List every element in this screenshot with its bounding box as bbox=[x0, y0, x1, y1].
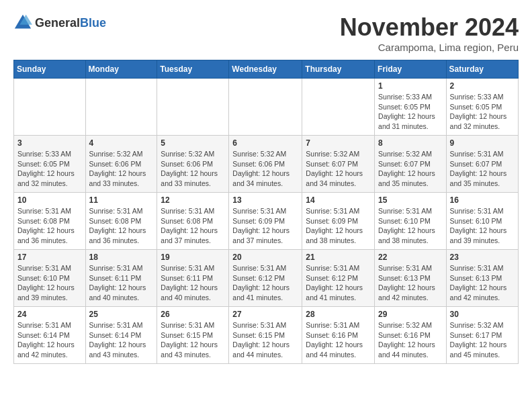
calendar-cell: 6Sunrise: 5:32 AM Sunset: 6:06 PM Daylig… bbox=[229, 136, 302, 193]
day-info: Sunrise: 5:31 AM Sunset: 6:16 PM Dayligh… bbox=[306, 320, 371, 360]
week-row-1: 1Sunrise: 5:33 AM Sunset: 6:05 PM Daylig… bbox=[14, 79, 519, 136]
day-info: Sunrise: 5:32 AM Sunset: 6:07 PM Dayligh… bbox=[306, 149, 371, 189]
day-number: 30 bbox=[450, 310, 515, 319]
calendar-cell: 8Sunrise: 5:32 AM Sunset: 6:07 PM Daylig… bbox=[375, 136, 447, 193]
day-number: 3 bbox=[17, 138, 82, 148]
day-number: 21 bbox=[306, 253, 371, 262]
calendar-table: SundayMondayTuesdayWednesdayThursdayFrid… bbox=[13, 60, 519, 364]
day-number: 26 bbox=[161, 310, 225, 319]
day-number: 28 bbox=[306, 310, 371, 319]
calendar-cell: 3Sunrise: 5:33 AM Sunset: 6:05 PM Daylig… bbox=[14, 136, 86, 193]
day-number: 29 bbox=[378, 310, 443, 319]
logo-icon bbox=[13, 13, 32, 32]
weekday-header-saturday: Saturday bbox=[446, 60, 518, 79]
calendar-cell bbox=[14, 79, 86, 136]
day-number: 17 bbox=[17, 253, 82, 262]
calendar-cell: 10Sunrise: 5:31 AM Sunset: 6:08 PM Dayli… bbox=[14, 193, 86, 250]
logo-general: General bbox=[35, 16, 80, 30]
calendar-cell: 14Sunrise: 5:31 AM Sunset: 6:09 PM Dayli… bbox=[302, 193, 375, 250]
day-number: 23 bbox=[450, 253, 515, 262]
day-info: Sunrise: 5:33 AM Sunset: 6:05 PM Dayligh… bbox=[378, 92, 443, 132]
day-info: Sunrise: 5:31 AM Sunset: 6:07 PM Dayligh… bbox=[450, 149, 515, 189]
calendar-body: 1Sunrise: 5:33 AM Sunset: 6:05 PM Daylig… bbox=[14, 79, 519, 364]
day-info: Sunrise: 5:33 AM Sunset: 6:05 PM Dayligh… bbox=[450, 92, 515, 132]
calendar-cell: 23Sunrise: 5:31 AM Sunset: 6:13 PM Dayli… bbox=[446, 250, 518, 307]
day-number: 24 bbox=[17, 310, 82, 319]
day-number: 9 bbox=[450, 138, 515, 148]
day-info: Sunrise: 5:31 AM Sunset: 6:08 PM Dayligh… bbox=[161, 206, 225, 246]
week-row-3: 10Sunrise: 5:31 AM Sunset: 6:08 PM Dayli… bbox=[14, 193, 519, 250]
weekday-header-thursday: Thursday bbox=[302, 60, 375, 79]
calendar-cell: 22Sunrise: 5:31 AM Sunset: 6:13 PM Dayli… bbox=[375, 250, 447, 307]
logo: GeneralBlue bbox=[13, 13, 106, 32]
day-info: Sunrise: 5:31 AM Sunset: 6:13 PM Dayligh… bbox=[378, 263, 443, 303]
calendar-cell: 25Sunrise: 5:31 AM Sunset: 6:14 PM Dayli… bbox=[85, 307, 157, 364]
day-info: Sunrise: 5:31 AM Sunset: 6:12 PM Dayligh… bbox=[232, 263, 298, 303]
calendar-cell: 4Sunrise: 5:32 AM Sunset: 6:06 PM Daylig… bbox=[85, 136, 157, 193]
calendar-cell: 18Sunrise: 5:31 AM Sunset: 6:11 PM Dayli… bbox=[85, 250, 157, 307]
day-info: Sunrise: 5:32 AM Sunset: 6:06 PM Dayligh… bbox=[232, 149, 298, 189]
day-info: Sunrise: 5:31 AM Sunset: 6:15 PM Dayligh… bbox=[232, 320, 298, 360]
weekday-header-monday: Monday bbox=[85, 60, 157, 79]
weekday-row: SundayMondayTuesdayWednesdayThursdayFrid… bbox=[14, 60, 519, 79]
day-info: Sunrise: 5:31 AM Sunset: 6:12 PM Dayligh… bbox=[306, 263, 371, 303]
day-info: Sunrise: 5:31 AM Sunset: 6:15 PM Dayligh… bbox=[161, 320, 225, 360]
title-area: November 2024 Carampoma, Lima region, Pe… bbox=[340, 13, 519, 53]
calendar-cell bbox=[229, 79, 302, 136]
day-number: 16 bbox=[450, 195, 515, 205]
calendar-header: SundayMondayTuesdayWednesdayThursdayFrid… bbox=[14, 60, 519, 79]
calendar-cell: 12Sunrise: 5:31 AM Sunset: 6:08 PM Dayli… bbox=[157, 193, 229, 250]
day-info: Sunrise: 5:32 AM Sunset: 6:06 PM Dayligh… bbox=[161, 149, 225, 189]
day-info: Sunrise: 5:31 AM Sunset: 6:08 PM Dayligh… bbox=[17, 206, 82, 246]
day-info: Sunrise: 5:31 AM Sunset: 6:10 PM Dayligh… bbox=[378, 206, 443, 246]
day-info: Sunrise: 5:31 AM Sunset: 6:11 PM Dayligh… bbox=[89, 263, 154, 303]
weekday-header-tuesday: Tuesday bbox=[157, 60, 229, 79]
day-number: 27 bbox=[232, 310, 298, 319]
calendar-cell bbox=[157, 79, 229, 136]
calendar-cell: 26Sunrise: 5:31 AM Sunset: 6:15 PM Dayli… bbox=[157, 307, 229, 364]
calendar-cell: 28Sunrise: 5:31 AM Sunset: 6:16 PM Dayli… bbox=[302, 307, 375, 364]
calendar-cell: 27Sunrise: 5:31 AM Sunset: 6:15 PM Dayli… bbox=[229, 307, 302, 364]
day-info: Sunrise: 5:31 AM Sunset: 6:08 PM Dayligh… bbox=[89, 206, 154, 246]
day-number: 7 bbox=[306, 138, 371, 148]
week-row-4: 17Sunrise: 5:31 AM Sunset: 6:10 PM Dayli… bbox=[14, 250, 519, 307]
day-number: 14 bbox=[306, 195, 371, 205]
calendar-cell: 5Sunrise: 5:32 AM Sunset: 6:06 PM Daylig… bbox=[157, 136, 229, 193]
calendar-cell: 21Sunrise: 5:31 AM Sunset: 6:12 PM Dayli… bbox=[302, 250, 375, 307]
day-number: 11 bbox=[89, 195, 154, 205]
header: GeneralBlue November 2024 Carampoma, Lim… bbox=[13, 13, 519, 53]
calendar-cell bbox=[85, 79, 157, 136]
day-number: 19 bbox=[161, 253, 225, 262]
day-number: 20 bbox=[232, 253, 298, 262]
calendar-cell: 1Sunrise: 5:33 AM Sunset: 6:05 PM Daylig… bbox=[375, 79, 447, 136]
day-info: Sunrise: 5:31 AM Sunset: 6:09 PM Dayligh… bbox=[306, 206, 371, 246]
calendar-cell: 2Sunrise: 5:33 AM Sunset: 6:05 PM Daylig… bbox=[446, 79, 518, 136]
day-info: Sunrise: 5:31 AM Sunset: 6:10 PM Dayligh… bbox=[17, 263, 82, 303]
weekday-header-wednesday: Wednesday bbox=[229, 60, 302, 79]
calendar-cell bbox=[302, 79, 375, 136]
day-number: 10 bbox=[17, 195, 82, 205]
logo-blue: Blue bbox=[80, 16, 106, 30]
weekday-header-friday: Friday bbox=[375, 60, 447, 79]
day-number: 15 bbox=[378, 195, 443, 205]
day-info: Sunrise: 5:33 AM Sunset: 6:05 PM Dayligh… bbox=[17, 149, 82, 189]
day-info: Sunrise: 5:32 AM Sunset: 6:07 PM Dayligh… bbox=[378, 149, 443, 189]
week-row-2: 3Sunrise: 5:33 AM Sunset: 6:05 PM Daylig… bbox=[14, 136, 519, 193]
day-info: Sunrise: 5:31 AM Sunset: 6:14 PM Dayligh… bbox=[17, 320, 82, 360]
day-number: 2 bbox=[450, 81, 515, 91]
day-info: Sunrise: 5:32 AM Sunset: 6:17 PM Dayligh… bbox=[450, 320, 515, 360]
week-row-5: 24Sunrise: 5:31 AM Sunset: 6:14 PM Dayli… bbox=[14, 307, 519, 364]
day-info: Sunrise: 5:31 AM Sunset: 6:14 PM Dayligh… bbox=[89, 320, 154, 360]
day-number: 13 bbox=[232, 195, 298, 205]
calendar-cell: 9Sunrise: 5:31 AM Sunset: 6:07 PM Daylig… bbox=[446, 136, 518, 193]
day-info: Sunrise: 5:31 AM Sunset: 6:10 PM Dayligh… bbox=[450, 206, 515, 246]
calendar-cell: 17Sunrise: 5:31 AM Sunset: 6:10 PM Dayli… bbox=[14, 250, 86, 307]
weekday-header-sunday: Sunday bbox=[14, 60, 86, 79]
day-info: Sunrise: 5:32 AM Sunset: 6:16 PM Dayligh… bbox=[378, 320, 443, 360]
day-info: Sunrise: 5:32 AM Sunset: 6:06 PM Dayligh… bbox=[89, 149, 154, 189]
day-number: 18 bbox=[89, 253, 154, 262]
day-number: 1 bbox=[378, 81, 443, 91]
calendar-cell: 29Sunrise: 5:32 AM Sunset: 6:16 PM Dayli… bbox=[375, 307, 447, 364]
calendar-cell: 30Sunrise: 5:32 AM Sunset: 6:17 PM Dayli… bbox=[446, 307, 518, 364]
day-number: 22 bbox=[378, 253, 443, 262]
